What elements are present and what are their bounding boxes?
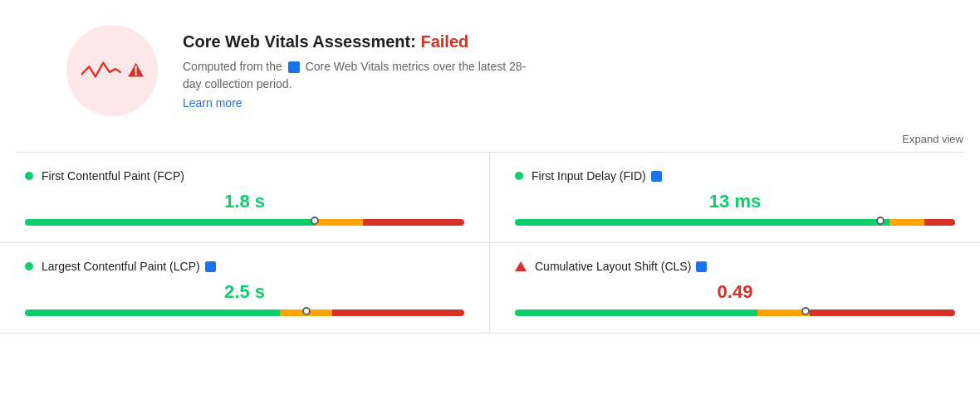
cwv-icon: [81, 54, 144, 87]
fid-bar-wrapper: [515, 219, 955, 226]
fcp-bar-red: [363, 219, 464, 226]
expand-row: Expand view: [0, 133, 980, 152]
fcp-bar-green: [25, 219, 315, 226]
assessment-description: Computed from the Core Web Vitals metric…: [183, 58, 532, 93]
assessment-title: Core Web Vitals Assessment: Failed: [183, 32, 532, 51]
metric-fid-title: First Input Delay (FID): [515, 169, 955, 183]
cls-marker: [801, 307, 810, 319]
cls-crux-badge: [696, 261, 707, 272]
fcp-bar-wrapper: [25, 219, 464, 226]
cls-marker-circle: [801, 307, 810, 315]
cls-triangle-icon: [515, 261, 527, 271]
lcp-value: 2.5 s: [25, 281, 464, 303]
lcp-marker: [302, 307, 311, 319]
fid-bar: [515, 219, 955, 226]
svg-point-2: [135, 73, 137, 76]
fcp-dot-icon: [25, 172, 33, 180]
metrics-grid: First Contentful Paint (FCP) 1.8 s First…: [0, 153, 980, 334]
lcp-bar: [25, 309, 464, 316]
fid-bar-orange: [889, 219, 924, 226]
header-text: Core Web Vitals Assessment: Failed Compu…: [183, 32, 532, 110]
fcp-bar: [25, 219, 464, 226]
fid-bar-red: [924, 219, 955, 226]
fid-marker-circle: [876, 217, 884, 225]
metric-fcp: First Contentful Paint (FCP) 1.8 s: [0, 153, 490, 243]
fcp-marker: [311, 217, 319, 228]
cls-bar-wrapper: [515, 309, 955, 316]
lcp-marker-circle: [302, 307, 311, 315]
lcp-bar-red: [332, 309, 464, 316]
cls-bar-red: [810, 309, 955, 316]
lcp-dot-icon: [25, 262, 33, 270]
fcp-bar-orange: [315, 219, 363, 226]
metric-fid: First Input Delay (FID) 13 ms: [490, 153, 980, 243]
metric-cls-title: Cumulative Layout Shift (CLS): [515, 260, 955, 273]
metric-fcp-title: First Contentful Paint (FCP): [25, 169, 464, 183]
fid-bar-green: [515, 219, 889, 226]
metric-lcp: Largest Contentful Paint (LCP) 2.5 s: [0, 243, 490, 334]
metric-cls: Cumulative Layout Shift (CLS) 0.49: [490, 243, 980, 334]
learn-more-link[interactable]: Learn more: [183, 96, 532, 110]
metric-lcp-title: Largest Contentful Paint (LCP): [25, 260, 464, 273]
fid-value: 13 ms: [515, 191, 955, 212]
lcp-crux-badge: [205, 261, 216, 272]
fid-crux-badge: [651, 171, 662, 182]
cls-bar: [515, 309, 955, 316]
cls-bar-green: [515, 309, 757, 316]
assessment-icon-circle: [66, 25, 158, 116]
fcp-marker-circle: [311, 217, 319, 225]
fid-marker: [876, 217, 884, 228]
fcp-value: 1.8 s: [25, 191, 464, 212]
fid-dot-icon: [515, 172, 523, 180]
crux-icon: [288, 61, 300, 73]
header-section: Core Web Vitals Assessment: Failed Compu…: [0, 0, 980, 133]
expand-view-button[interactable]: Expand view: [902, 133, 963, 145]
cls-value: 0.49: [515, 281, 955, 303]
lcp-bar-wrapper: [25, 309, 464, 316]
lcp-bar-green: [25, 309, 280, 316]
